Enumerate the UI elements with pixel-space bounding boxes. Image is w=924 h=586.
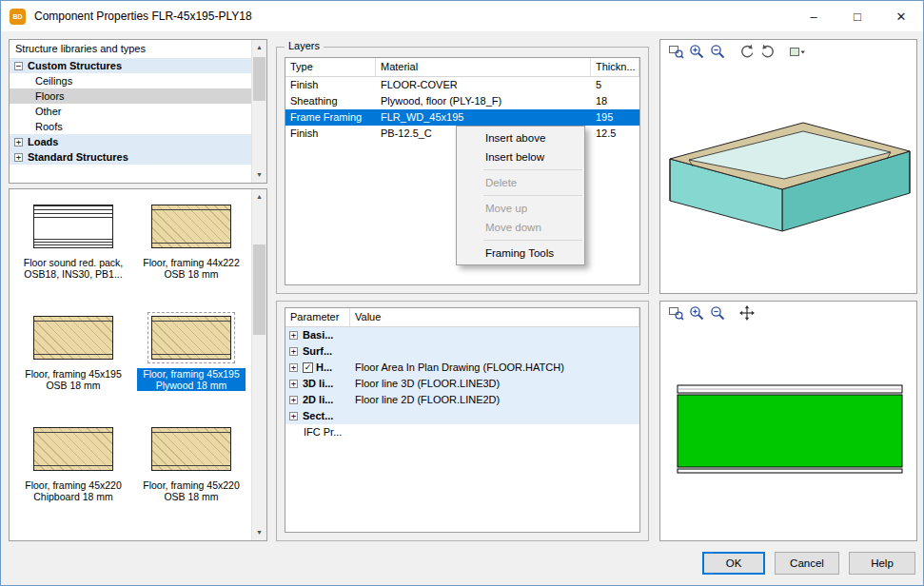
menu-item-insert-above[interactable]: Insert above: [457, 128, 584, 147]
maximize-button[interactable]: □: [836, 1, 879, 31]
collapse-icon[interactable]: −: [14, 62, 23, 70]
scroll-thumb[interactable]: [253, 244, 265, 335]
thumbnail-floor-framing-45x220-osb-18-mm[interactable]: Floor, framing 45x220 OSB 18 mm: [137, 423, 246, 502]
structure-tree-panel: Structure libraries and types −Custom St…: [9, 39, 267, 184]
parameter-row-ifc-pr[interactable]: IFC Pr...: [285, 424, 639, 440]
menu-item-insert-below[interactable]: Insert below: [457, 147, 584, 166]
layer-type: Sheathing: [285, 93, 376, 109]
zoom-in-icon[interactable]: [686, 42, 707, 61]
thumbnail-floor-sound-red-pack-osb18-ins30-pb1[interactable]: Floor sound red. pack, OSB18, INS30, PB1…: [19, 201, 128, 280]
app-logo-icon: BD: [10, 9, 26, 25]
zoom-out-icon[interactable]: [707, 42, 728, 61]
expand-icon[interactable]: +: [289, 412, 298, 420]
parameter-row-basi[interactable]: +Basi...: [285, 327, 639, 343]
parameter-row-surf[interactable]: +Surf...: [285, 343, 639, 360]
expand-icon[interactable]: +: [289, 363, 298, 372]
layer-row-sheathing[interactable]: SheathingPlywood, floor (PLY-18_F)18: [285, 93, 639, 109]
scroll-up-icon[interactable]: ▲: [252, 189, 266, 205]
window-title: Component Properties FLR-45x195-PLY18: [34, 10, 252, 23]
parameter-name-cell: +3D li...: [285, 376, 350, 392]
tree-item-other[interactable]: Other: [10, 104, 251, 119]
cancel-button[interactable]: Cancel: [775, 552, 839, 575]
thumbnail-image-frame: [147, 423, 235, 475]
tree-item-label: Roofs: [35, 121, 63, 132]
3d-viewport[interactable]: [660, 64, 916, 292]
thumbnail-floor-framing-45x195-osb-18-mm[interactable]: Floor, framing 45x195 OSB 18 mm: [19, 312, 128, 391]
tree-item-roofs[interactable]: Roofs: [10, 119, 251, 134]
zoom-window-icon[interactable]: [665, 42, 686, 61]
expand-icon[interactable]: +: [14, 138, 23, 146]
tree-item-label: Custom Structures: [28, 60, 122, 71]
thumbnail-floor-framing-45x195-plywood-18-mm[interactable]: Floor, framing 45x195 Plywood 18 mm: [137, 312, 246, 391]
parameter-row-2d-li[interactable]: +2D li...Floor line 2D (FLOOR.LINE2D): [285, 392, 639, 408]
layers-column-material[interactable]: Material: [376, 58, 591, 76]
tree-item-loads[interactable]: +Loads: [10, 134, 251, 149]
expand-icon[interactable]: +: [289, 396, 298, 404]
component-preview-image: [151, 316, 231, 360]
tree-item-label: Loads: [28, 136, 58, 147]
tree-item-label: Standard Structures: [28, 151, 128, 163]
thumbnail-grid: Floor sound red. pack, OSB18, INS30, PB1…: [19, 201, 246, 502]
expand-icon[interactable]: +: [289, 331, 298, 340]
rotate-ccw-icon[interactable]: [737, 42, 757, 61]
component-preview-image: [33, 427, 113, 471]
tree-item-custom-structures[interactable]: −Custom Structures: [10, 58, 251, 73]
thumbnail-floor-framing-45x220-chipboard-18-mm[interactable]: Floor, framing 45x220 Chipboard 18 mm: [19, 423, 128, 502]
2d-viewport[interactable]: [660, 325, 916, 540]
zoom-out-icon[interactable]: [707, 303, 728, 322]
scroll-thumb[interactable]: [253, 57, 265, 101]
expand-icon[interactable]: +: [289, 347, 298, 356]
zoom-window-icon[interactable]: [665, 303, 686, 322]
ok-button[interactable]: OK: [702, 552, 765, 575]
thumbnail-image-frame: [29, 423, 117, 475]
checkbox-checked-icon[interactable]: ✓: [303, 362, 313, 373]
parameter-row-h[interactable]: +✓H...Floor Area In Plan Drawing (FLOOR.…: [285, 360, 639, 376]
tree-scrollbar[interactable]: ▲ ▼: [251, 40, 266, 183]
preview-2d-panel: [659, 301, 917, 541]
display-mode-icon[interactable]: [787, 42, 808, 61]
minimize-button[interactable]: –: [792, 1, 836, 31]
layer-type: Finish: [285, 77, 376, 93]
thumbnail-image-frame: [147, 201, 235, 252]
close-button[interactable]: ✕: [879, 1, 923, 31]
pan-icon[interactable]: [737, 303, 757, 322]
layers-column-thickn[interactable]: Thickn...: [591, 58, 639, 76]
scroll-down-icon[interactable]: ▼: [252, 525, 266, 540]
component-preview-image: [33, 316, 113, 360]
parameter-value: Floor Area In Plan Drawing (FLOOR.HATCH): [350, 360, 639, 376]
layer-type: Finish: [285, 126, 376, 142]
help-button[interactable]: Help: [849, 552, 915, 575]
rotate-cw-icon[interactable]: [757, 42, 778, 61]
menu-item-framing-tools[interactable]: Framing Tools: [457, 244, 584, 263]
tree-item-floors[interactable]: Floors: [10, 88, 251, 104]
thumbnail-label: Floor sound red. pack, OSB18, INS30, PB1…: [19, 257, 128, 280]
thumbnail-image-frame: [29, 201, 117, 252]
tree-item-standard-structures[interactable]: +Standard Structures: [10, 149, 251, 165]
parameters-column-value[interactable]: Value: [350, 308, 639, 326]
expand-icon[interactable]: +: [14, 153, 23, 162]
parameters-column-parameter[interactable]: Parameter: [285, 308, 350, 326]
expand-icon[interactable]: +: [289, 380, 298, 388]
scroll-down-icon[interactable]: ▼: [252, 167, 266, 183]
thumbnail-label: Floor, framing 45x195 OSB 18 mm: [19, 368, 128, 391]
layer-row-frame-framing[interactable]: Frame FramingFLR_WD_45x195195: [285, 109, 639, 126]
layer-row-finish[interactable]: FinishFLOOR-COVER5: [285, 77, 639, 93]
thumbnail-label: Floor, framing 45x220 OSB 18 mm: [137, 479, 246, 502]
tree-header: Structure libraries and types: [10, 40, 251, 58]
layers-table-header: TypeMaterialThickn...: [285, 58, 639, 77]
thumbnails-scrollbar[interactable]: ▲ ▼: [251, 189, 266, 540]
parameter-value: [350, 408, 639, 424]
parameter-name: 3D li...: [303, 376, 333, 392]
parameter-row-sect[interactable]: +Sect...: [285, 408, 639, 424]
parameter-row-3d-li[interactable]: +3D li...Floor line 3D (FLOOR.LINE3D): [285, 376, 639, 392]
parameter-name-cell: +Sect...: [285, 408, 350, 424]
zoom-in-icon[interactable]: [686, 303, 707, 322]
thumbnail-floor-framing-44x222-osb-18-mm[interactable]: Floor, framing 44x222 OSB 18 mm: [137, 201, 246, 280]
tree-item-ceilings[interactable]: Ceilings: [10, 73, 251, 88]
menu-item-move-up: Move up: [457, 199, 584, 218]
layers-column-type[interactable]: Type: [285, 58, 376, 76]
parameter-value: [350, 327, 639, 343]
parameter-name-cell: +✓H...: [285, 360, 350, 376]
scroll-up-icon[interactable]: ▲: [252, 40, 266, 55]
thumbnail-label: Floor, framing 45x195 Plywood 18 mm: [137, 368, 246, 391]
